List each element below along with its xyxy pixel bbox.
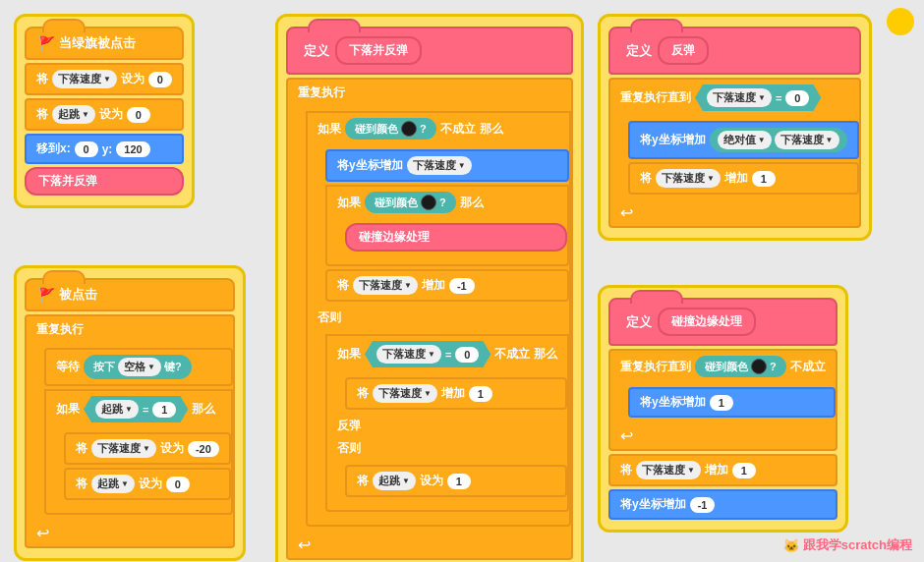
add-fall-1: 将 下落速度 增加 1 bbox=[345, 377, 567, 410]
define-bounce: 定义 反弹 bbox=[608, 27, 861, 75]
jump-eq-block: 起跳 = 1 bbox=[84, 396, 188, 422]
var-dropdown-fall[interactable]: 下落速度 bbox=[52, 70, 117, 88]
speed-var7[interactable]: 下落速度 bbox=[775, 131, 839, 149]
scratch-canvas: 🚩 当绿旗被点击 将 下落速度 设为 0 将 起跳 设为 0 移到x: 0 y: bbox=[0, 0, 924, 562]
repeat-center-body: 如果 碰到颜色 ? 不成立 那么 bbox=[286, 106, 573, 532]
else-label-2: 否则 bbox=[325, 437, 569, 460]
if-color2-header: 如果 碰到颜色 ? 那么 bbox=[325, 185, 569, 218]
repeat-center-bottom: ↩ bbox=[286, 532, 573, 560]
flag-icon-1: 🚩 bbox=[38, 35, 55, 51]
color-sense-2: 碰到颜色 ? bbox=[365, 192, 456, 213]
custom-label-bounce: 反弹 bbox=[658, 36, 709, 65]
sun-decoration bbox=[887, 8, 914, 35]
var-dropdown-jump[interactable]: 起跳 bbox=[52, 105, 95, 124]
add-speed-1-br: 将 下落速度 增加 1 bbox=[608, 454, 837, 486]
add-y-neg1: 将y坐标增加 -1 bbox=[608, 489, 837, 520]
else-body-2: 将 起跳 设为 1 bbox=[325, 460, 569, 502]
event-hat-block-2: 🚩 被点击 bbox=[25, 278, 235, 311]
repeat-center: 重复执行 bbox=[286, 78, 573, 106]
color-circle-2[interactable] bbox=[421, 195, 436, 210]
else-body-1: 如果 下落速度 = 0 不成立 那么 bbox=[306, 329, 571, 517]
watermark-icon: 🐱 bbox=[783, 538, 799, 553]
if-speed0-bottom bbox=[325, 502, 569, 512]
var-fall2[interactable]: 下落速度 bbox=[91, 439, 156, 458]
group-bottom-left: 🚩 被点击 重复执行 等待 按下 空格 键? bbox=[14, 265, 246, 561]
speed-var4[interactable]: 下落速度 bbox=[376, 345, 441, 364]
set-jump-0: 将 起跳 设为 0 bbox=[25, 98, 184, 131]
if-color2-body: 碰撞边缘处理 bbox=[325, 218, 569, 256]
speed-var8[interactable]: 下落速度 bbox=[656, 169, 721, 188]
speed-eq-0: 下落速度 = 0 bbox=[365, 341, 491, 367]
call-edge-handle: 碰撞边缘处理 bbox=[345, 223, 567, 252]
define-edge-handle: 定义 碰撞边缘处理 bbox=[608, 298, 837, 346]
key-sense-block: 按下 空格 键? bbox=[84, 355, 192, 379]
custom-label-edge: 碰撞边缘处理 bbox=[658, 308, 756, 336]
add-y-fall: 将y坐标增加 下落速度 bbox=[325, 149, 569, 182]
color-circle-3[interactable] bbox=[751, 359, 767, 374]
repeat-edge-body: 将y坐标增加 1 bbox=[608, 382, 837, 422]
set-fall-neg20: 将 下落速度 设为 -20 bbox=[64, 432, 231, 465]
add-y-abs: 将y坐标增加 绝对值 下落速度 bbox=[628, 121, 859, 159]
abs-dropdown[interactable]: 绝对值 bbox=[718, 131, 772, 149]
repeat-bottom-left: ↩ bbox=[25, 520, 235, 548]
color-circle-1[interactable] bbox=[401, 121, 417, 137]
until-eq-0: 下落速度 = 0 bbox=[695, 84, 821, 111]
color-sense-3: 碰到颜色 ? bbox=[695, 356, 786, 377]
hat-label-2: 被点击 bbox=[59, 286, 97, 304]
wait-key-press: 等待 按下 空格 键? bbox=[44, 348, 233, 386]
hat-label-1: 当绿旗被点击 bbox=[59, 34, 136, 52]
repeat-edge-bottom: ↩ bbox=[608, 422, 837, 451]
else-label-1: 否则 bbox=[306, 307, 571, 329]
if-color2-bottom bbox=[325, 256, 569, 266]
add-y-1-right: 将y坐标增加 1 bbox=[628, 387, 836, 418]
repeat-body-left: 等待 按下 空格 键? 如果 起跳 = bbox=[25, 343, 235, 520]
if-speed0-header: 如果 下落速度 = 0 不成立 那么 bbox=[325, 334, 569, 372]
group-bottom-right: 定义 碰撞边缘处理 重复执行直到 碰到颜色 ? 不成立 将y坐标增加 bbox=[598, 285, 848, 533]
if-jump-body: 将 下落速度 设为 -20 将 起跳 设为 bbox=[44, 427, 233, 505]
custom-label-fall: 下落并反弹 bbox=[335, 36, 422, 65]
group-top-left: 🚩 当绿旗被点击 将 下落速度 设为 0 将 起跳 设为 0 移到x: 0 y: bbox=[14, 14, 195, 208]
abs-block: 绝对值 下落速度 bbox=[710, 128, 847, 152]
move-to-xy: 移到x: 0 y: 120 bbox=[25, 134, 184, 164]
add-speed-1-right: 将 下落速度 增加 1 bbox=[628, 162, 859, 195]
key-dropdown[interactable]: 空格 bbox=[118, 358, 161, 376]
flag-icon-2: 🚩 bbox=[38, 287, 55, 303]
set-jump-0b: 将 起跳 设为 0 bbox=[64, 468, 231, 500]
set-fall-speed-0: 将 下落速度 设为 0 bbox=[25, 63, 184, 95]
speed-var6[interactable]: 下落速度 bbox=[707, 88, 772, 107]
repeat-until-body: 将y坐标增加 绝对值 下落速度 将 下落速度 增加 1 bbox=[608, 116, 861, 199]
repeat-until-speed0: 重复执行直到 下落速度 = 0 bbox=[608, 78, 861, 116]
if-jump-bottom bbox=[44, 505, 233, 515]
if-color1-header: 如果 碰到颜色 ? 不成立 那么 bbox=[306, 111, 571, 144]
watermark-text: 跟我学scratch编程 bbox=[803, 536, 912, 554]
group-center: 定义 下落并反弹 重复执行 如果 碰到颜色 ? bbox=[275, 14, 584, 562]
repeat-until-bottom: ↩ bbox=[608, 199, 861, 228]
speed-var9[interactable]: 下落速度 bbox=[636, 461, 701, 479]
set-jump-1: 将 起跳 设为 1 bbox=[345, 465, 567, 497]
if-color1-body: 将y坐标增加 下落速度 如果 碰到颜色 ? bbox=[306, 144, 571, 307]
watermark: 🐱 跟我学scratch编程 bbox=[783, 536, 912, 554]
event-hat-block-1: 🚩 当绿旗被点击 bbox=[25, 27, 184, 60]
group-top-right: 定义 反弹 重复执行直到 下落速度 = 0 将y坐 bbox=[598, 14, 872, 241]
if-jump-header: 如果 起跳 = 1 那么 bbox=[44, 389, 233, 427]
jump-var[interactable]: 起跳 bbox=[95, 400, 139, 419]
repeat-until-color: 重复执行直到 碰到颜色 ? 不成立 bbox=[608, 349, 837, 382]
fall-var5[interactable]: 下落速度 bbox=[373, 384, 437, 403]
color-sense-1: 碰到颜色 ? bbox=[345, 118, 436, 140]
add-fall-neg1: 将 下落速度 增加 -1 bbox=[325, 269, 569, 302]
if-color1-bottom bbox=[306, 517, 571, 527]
jump-var3[interactable]: 起跳 bbox=[373, 472, 416, 490]
fantan-label: 反弹 bbox=[325, 415, 569, 437]
var-jump2[interactable]: 起跳 bbox=[91, 475, 135, 493]
fall-var3[interactable]: 下落速度 bbox=[353, 276, 418, 295]
if-speed0-body: 将 下落速度 增加 1 bbox=[325, 372, 569, 415]
repeat-forever-left: 重复执行 bbox=[25, 314, 235, 343]
fall-speed-var[interactable]: 下落速度 bbox=[407, 156, 472, 175]
define-fall-bounce: 定义 下落并反弹 bbox=[286, 27, 573, 75]
call-fall-bounce: 下落并反弹 bbox=[25, 167, 184, 196]
